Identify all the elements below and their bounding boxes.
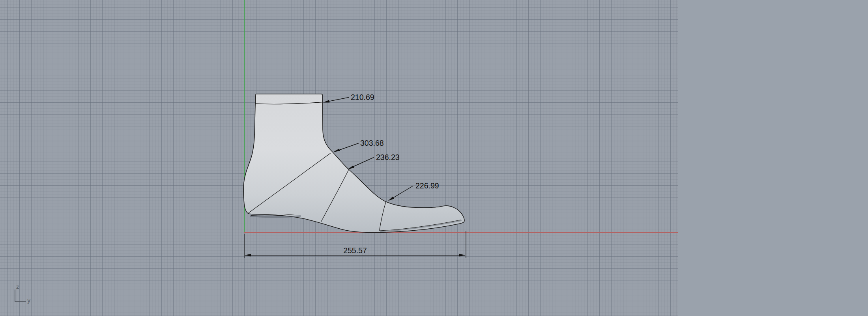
last-model[interactable] [243,94,464,233]
sole-shadow-heel [250,216,301,217]
axis-gizmo-y-label: y [28,297,31,304]
dimension-instep-girth[interactable]: 236.23 [348,153,400,169]
cad-viewport: 210.69 303.68 236.23 226.99 255.57 [0,0,868,316]
dimension-label-sole-length[interactable]: 255.57 [343,246,367,255]
dimension-ball-girth[interactable]: 226.99 [388,181,439,201]
last-body[interactable] [243,94,464,233]
viewport-overlay: 210.69 303.68 236.23 226.99 255.57 [0,0,868,316]
dimension-sole-length[interactable]: 255.57 [244,231,466,258]
dimension-label-ankle-opening[interactable]: 210.69 [351,93,374,102]
axis-gizmo-z-label: z [16,283,19,290]
dimension-label-long-heel-girth[interactable]: 303.68 [360,139,384,147]
dimension-long-heel-girth[interactable]: 303.68 [334,139,384,152]
dimension-label-instep-girth[interactable]: 236.23 [376,153,400,162]
dimension-label-ball-girth[interactable]: 226.99 [415,181,439,190]
axis-gizmo: z y [15,283,31,304]
dimension-ankle-opening[interactable]: 210.69 [323,93,374,103]
